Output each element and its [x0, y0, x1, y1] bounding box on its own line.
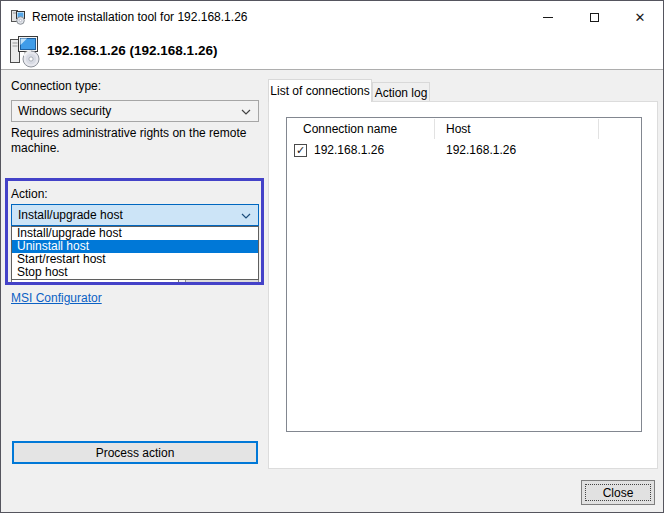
minimize-icon [543, 17, 553, 18]
row-checkbox[interactable]: ✓ [294, 144, 307, 157]
window-title: Remote installation tool for 192.168.1.2… [32, 1, 247, 33]
process-action-button[interactable]: Process action [12, 441, 258, 464]
connection-type-label: Connection type: [11, 79, 101, 93]
title-bar: Remote installation tool for 192.168.1.2… [1, 1, 663, 33]
msi-configurator-link[interactable]: MSI Configurator [11, 291, 102, 305]
tab-list-of-connections[interactable]: List of connections [268, 79, 372, 102]
chevron-down-icon [241, 213, 251, 219]
connections-list: Connection name Host ✓ 192.168.1.26 192.… [286, 117, 642, 432]
column-header-host[interactable]: Host [446, 118, 471, 140]
action-select[interactable]: Install/upgrade host [11, 204, 259, 226]
column-header-connection-name[interactable]: Connection name [303, 118, 397, 140]
connection-type-value: Windows security [18, 104, 111, 118]
action-dropdown-list: Install/upgrade host Uninstall host Star… [11, 226, 259, 280]
close-button[interactable]: ✕ [617, 1, 663, 33]
chevron-down-icon [241, 109, 251, 115]
column-separator [434, 119, 435, 139]
connection-name-cell: 192.168.1.26 [314, 143, 384, 157]
app-icon [10, 9, 26, 25]
remote-installation-window: Remote installation tool for 192.168.1.2… [0, 0, 664, 513]
minimize-button[interactable] [525, 1, 571, 33]
maximize-icon [590, 13, 599, 22]
column-separator [598, 119, 599, 139]
close-dialog-button[interactable]: Close [581, 480, 655, 505]
connections-tab-page: Connection name Host ✓ 192.168.1.26 192.… [268, 101, 658, 469]
action-label: Action: [11, 187, 48, 201]
close-dialog-label: Close [585, 484, 651, 501]
maximize-button[interactable] [571, 1, 617, 33]
admin-rights-note: Requires administrative rights on the re… [11, 126, 263, 156]
check-icon: ✓ [296, 145, 305, 156]
host-cell: 192.168.1.26 [446, 143, 516, 157]
tab-action-log[interactable]: Action log [372, 82, 430, 102]
action-select-value: Install/upgrade host [18, 208, 123, 222]
installer-computer-icon [7, 34, 45, 68]
connection-row[interactable]: ✓ 192.168.1.26 192.168.1.26 [287, 142, 641, 160]
close-icon: ✕ [635, 11, 646, 24]
connection-type-select[interactable]: Windows security [11, 100, 259, 122]
host-banner-title: 192.168.1.26 (192.168.1.26) [47, 33, 217, 69]
dropdown-option-stop[interactable]: Stop host [12, 266, 258, 279]
host-banner: 192.168.1.26 (192.168.1.26) [1, 33, 663, 69]
